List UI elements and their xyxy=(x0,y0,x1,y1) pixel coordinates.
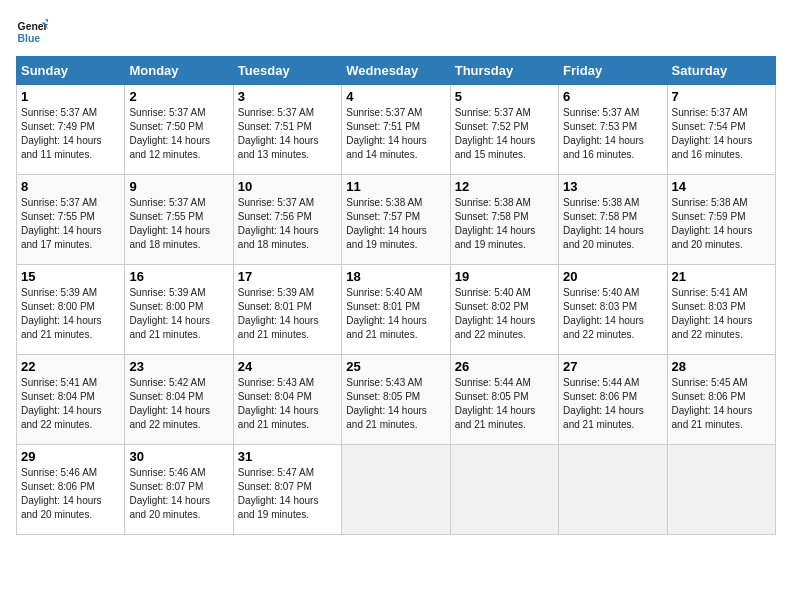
day-number: 11 xyxy=(346,179,445,194)
day-number: 20 xyxy=(563,269,662,284)
day-cell-3: 3 Sunrise: 5:37 AMSunset: 7:51 PMDayligh… xyxy=(233,85,341,175)
day-number: 29 xyxy=(21,449,120,464)
day-info: Sunrise: 5:37 AMSunset: 7:55 PMDaylight:… xyxy=(21,197,102,250)
day-number: 14 xyxy=(672,179,771,194)
day-info: Sunrise: 5:46 AMSunset: 8:06 PMDaylight:… xyxy=(21,467,102,520)
day-cell-31: 31 Sunrise: 5:47 AMSunset: 8:07 PMDaylig… xyxy=(233,445,341,535)
day-info: Sunrise: 5:37 AMSunset: 7:52 PMDaylight:… xyxy=(455,107,536,160)
header-friday: Friday xyxy=(559,57,667,85)
day-number: 10 xyxy=(238,179,337,194)
day-cell-15: 15 Sunrise: 5:39 AMSunset: 8:00 PMDaylig… xyxy=(17,265,125,355)
day-number: 4 xyxy=(346,89,445,104)
day-cell-5: 5 Sunrise: 5:37 AMSunset: 7:52 PMDayligh… xyxy=(450,85,558,175)
day-number: 2 xyxy=(129,89,228,104)
day-info: Sunrise: 5:44 AMSunset: 8:05 PMDaylight:… xyxy=(455,377,536,430)
day-number: 6 xyxy=(563,89,662,104)
day-info: Sunrise: 5:46 AMSunset: 8:07 PMDaylight:… xyxy=(129,467,210,520)
day-number: 27 xyxy=(563,359,662,374)
day-number: 1 xyxy=(21,89,120,104)
empty-cell xyxy=(559,445,667,535)
day-number: 30 xyxy=(129,449,228,464)
day-number: 13 xyxy=(563,179,662,194)
day-cell-10: 10 Sunrise: 5:37 AMSunset: 7:56 PMDaylig… xyxy=(233,175,341,265)
day-cell-21: 21 Sunrise: 5:41 AMSunset: 8:03 PMDaylig… xyxy=(667,265,775,355)
day-cell-22: 22 Sunrise: 5:41 AMSunset: 8:04 PMDaylig… xyxy=(17,355,125,445)
day-number: 15 xyxy=(21,269,120,284)
calendar-table: SundayMondayTuesdayWednesdayThursdayFrid… xyxy=(16,56,776,535)
empty-cell xyxy=(667,445,775,535)
day-info: Sunrise: 5:45 AMSunset: 8:06 PMDaylight:… xyxy=(672,377,753,430)
day-cell-23: 23 Sunrise: 5:42 AMSunset: 8:04 PMDaylig… xyxy=(125,355,233,445)
day-info: Sunrise: 5:37 AMSunset: 7:55 PMDaylight:… xyxy=(129,197,210,250)
day-number: 25 xyxy=(346,359,445,374)
day-cell-30: 30 Sunrise: 5:46 AMSunset: 8:07 PMDaylig… xyxy=(125,445,233,535)
day-cell-17: 17 Sunrise: 5:39 AMSunset: 8:01 PMDaylig… xyxy=(233,265,341,355)
day-info: Sunrise: 5:38 AMSunset: 7:57 PMDaylight:… xyxy=(346,197,427,250)
day-info: Sunrise: 5:38 AMSunset: 7:58 PMDaylight:… xyxy=(563,197,644,250)
day-info: Sunrise: 5:41 AMSunset: 8:03 PMDaylight:… xyxy=(672,287,753,340)
day-number: 8 xyxy=(21,179,120,194)
day-cell-29: 29 Sunrise: 5:46 AMSunset: 8:06 PMDaylig… xyxy=(17,445,125,535)
day-number: 16 xyxy=(129,269,228,284)
day-number: 9 xyxy=(129,179,228,194)
day-info: Sunrise: 5:43 AMSunset: 8:05 PMDaylight:… xyxy=(346,377,427,430)
day-cell-27: 27 Sunrise: 5:44 AMSunset: 8:06 PMDaylig… xyxy=(559,355,667,445)
day-cell-24: 24 Sunrise: 5:43 AMSunset: 8:04 PMDaylig… xyxy=(233,355,341,445)
day-cell-13: 13 Sunrise: 5:38 AMSunset: 7:58 PMDaylig… xyxy=(559,175,667,265)
header-monday: Monday xyxy=(125,57,233,85)
day-info: Sunrise: 5:43 AMSunset: 8:04 PMDaylight:… xyxy=(238,377,319,430)
day-info: Sunrise: 5:38 AMSunset: 7:59 PMDaylight:… xyxy=(672,197,753,250)
day-info: Sunrise: 5:37 AMSunset: 7:50 PMDaylight:… xyxy=(129,107,210,160)
day-cell-26: 26 Sunrise: 5:44 AMSunset: 8:05 PMDaylig… xyxy=(450,355,558,445)
day-cell-16: 16 Sunrise: 5:39 AMSunset: 8:00 PMDaylig… xyxy=(125,265,233,355)
logo-icon: General Blue xyxy=(16,16,48,48)
day-cell-4: 4 Sunrise: 5:37 AMSunset: 7:51 PMDayligh… xyxy=(342,85,450,175)
day-number: 19 xyxy=(455,269,554,284)
day-number: 18 xyxy=(346,269,445,284)
day-cell-19: 19 Sunrise: 5:40 AMSunset: 8:02 PMDaylig… xyxy=(450,265,558,355)
day-cell-18: 18 Sunrise: 5:40 AMSunset: 8:01 PMDaylig… xyxy=(342,265,450,355)
calendar-week-3: 15 Sunrise: 5:39 AMSunset: 8:00 PMDaylig… xyxy=(17,265,776,355)
day-number: 5 xyxy=(455,89,554,104)
day-cell-25: 25 Sunrise: 5:43 AMSunset: 8:05 PMDaylig… xyxy=(342,355,450,445)
header-saturday: Saturday xyxy=(667,57,775,85)
day-cell-2: 2 Sunrise: 5:37 AMSunset: 7:50 PMDayligh… xyxy=(125,85,233,175)
day-info: Sunrise: 5:37 AMSunset: 7:51 PMDaylight:… xyxy=(238,107,319,160)
day-number: 24 xyxy=(238,359,337,374)
day-info: Sunrise: 5:39 AMSunset: 8:00 PMDaylight:… xyxy=(21,287,102,340)
day-info: Sunrise: 5:40 AMSunset: 8:02 PMDaylight:… xyxy=(455,287,536,340)
day-cell-12: 12 Sunrise: 5:38 AMSunset: 7:58 PMDaylig… xyxy=(450,175,558,265)
calendar-week-5: 29 Sunrise: 5:46 AMSunset: 8:06 PMDaylig… xyxy=(17,445,776,535)
calendar-week-2: 8 Sunrise: 5:37 AMSunset: 7:55 PMDayligh… xyxy=(17,175,776,265)
day-info: Sunrise: 5:39 AMSunset: 8:01 PMDaylight:… xyxy=(238,287,319,340)
empty-cell xyxy=(450,445,558,535)
day-number: 3 xyxy=(238,89,337,104)
day-cell-1: 1 Sunrise: 5:37 AMSunset: 7:49 PMDayligh… xyxy=(17,85,125,175)
day-info: Sunrise: 5:37 AMSunset: 7:49 PMDaylight:… xyxy=(21,107,102,160)
day-number: 17 xyxy=(238,269,337,284)
day-cell-20: 20 Sunrise: 5:40 AMSunset: 8:03 PMDaylig… xyxy=(559,265,667,355)
page-header: General Blue xyxy=(16,16,776,48)
day-cell-6: 6 Sunrise: 5:37 AMSunset: 7:53 PMDayligh… xyxy=(559,85,667,175)
header-wednesday: Wednesday xyxy=(342,57,450,85)
header-thursday: Thursday xyxy=(450,57,558,85)
day-info: Sunrise: 5:40 AMSunset: 8:01 PMDaylight:… xyxy=(346,287,427,340)
day-cell-14: 14 Sunrise: 5:38 AMSunset: 7:59 PMDaylig… xyxy=(667,175,775,265)
day-info: Sunrise: 5:39 AMSunset: 8:00 PMDaylight:… xyxy=(129,287,210,340)
day-number: 21 xyxy=(672,269,771,284)
day-info: Sunrise: 5:37 AMSunset: 7:53 PMDaylight:… xyxy=(563,107,644,160)
day-cell-28: 28 Sunrise: 5:45 AMSunset: 8:06 PMDaylig… xyxy=(667,355,775,445)
day-cell-7: 7 Sunrise: 5:37 AMSunset: 7:54 PMDayligh… xyxy=(667,85,775,175)
day-info: Sunrise: 5:37 AMSunset: 7:51 PMDaylight:… xyxy=(346,107,427,160)
calendar-week-4: 22 Sunrise: 5:41 AMSunset: 8:04 PMDaylig… xyxy=(17,355,776,445)
day-number: 26 xyxy=(455,359,554,374)
day-number: 7 xyxy=(672,89,771,104)
day-info: Sunrise: 5:41 AMSunset: 8:04 PMDaylight:… xyxy=(21,377,102,430)
day-info: Sunrise: 5:42 AMSunset: 8:04 PMDaylight:… xyxy=(129,377,210,430)
day-number: 28 xyxy=(672,359,771,374)
day-cell-8: 8 Sunrise: 5:37 AMSunset: 7:55 PMDayligh… xyxy=(17,175,125,265)
day-info: Sunrise: 5:47 AMSunset: 8:07 PMDaylight:… xyxy=(238,467,319,520)
day-number: 12 xyxy=(455,179,554,194)
day-info: Sunrise: 5:44 AMSunset: 8:06 PMDaylight:… xyxy=(563,377,644,430)
logo: General Blue xyxy=(16,16,48,48)
